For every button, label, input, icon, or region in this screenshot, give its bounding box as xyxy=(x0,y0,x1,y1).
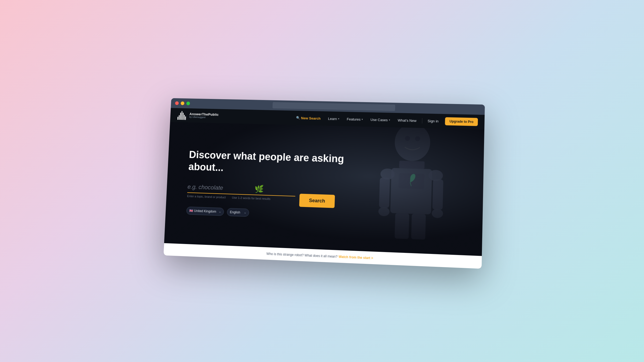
footer-text: Who is this strange robot? What does it … xyxy=(266,252,338,258)
hero-section: Discover what people are asking about...… xyxy=(164,122,484,256)
language-dropdown-wrapper: English French German Spanish xyxy=(227,208,249,217)
chevron-down-icon: ▾ xyxy=(338,117,339,120)
logo-line-6 xyxy=(184,115,185,120)
logo-line-7 xyxy=(185,116,186,120)
hero-title: Discover what people are asking about... xyxy=(188,149,352,178)
country-dropdown[interactable]: 🇬🇧 United Kingdom 🇺🇸 United States 🇦🇺 Au… xyxy=(186,206,224,216)
search-input-wrapper: 🌿 xyxy=(187,181,296,197)
minimize-button[interactable] xyxy=(181,101,184,105)
search-button[interactable]: Search xyxy=(299,194,335,208)
logo-sub: by Ubersuggest xyxy=(189,116,218,119)
language-dropdown[interactable]: English French German Spanish xyxy=(227,208,249,217)
logo-line-3 xyxy=(180,113,181,120)
logo-icon xyxy=(176,110,187,121)
browser-content: AnswerThePublic by Ubersuggest 🔍 New Sea… xyxy=(163,108,485,269)
logo-line-4 xyxy=(181,111,182,120)
search-hint-2: Use 1-2 words for best results xyxy=(232,196,270,200)
logo-line-1 xyxy=(177,117,178,120)
chevron-down-icon-features: ▾ xyxy=(362,118,363,121)
close-button[interactable] xyxy=(175,101,179,105)
nav-links: 🔍 New Search Learn ▾ Features ▾ Use Case… xyxy=(293,114,478,126)
features-nav-link[interactable]: Features ▾ xyxy=(343,115,366,123)
watch-from-start-link[interactable]: Watch from the start > xyxy=(339,255,373,260)
search-dropdowns: 🇬🇧 United Kingdom 🇺🇸 United States 🇦🇺 Au… xyxy=(186,206,334,220)
whats-new-nav-link[interactable]: What's New xyxy=(394,116,420,124)
logo-line-5 xyxy=(182,113,184,120)
upgrade-to-pro-button[interactable]: Upgrade to Pro xyxy=(445,117,478,126)
logo-lines xyxy=(177,110,186,120)
hero-content: Discover what people are asking about...… xyxy=(186,149,353,223)
search-icon: 🔍 xyxy=(296,116,300,120)
sign-in-nav-link[interactable]: Sign in xyxy=(424,117,442,125)
nav-divider xyxy=(422,118,422,123)
search-hint-1: Enter a topic, brand or product xyxy=(187,194,226,199)
search-input[interactable] xyxy=(187,181,287,196)
maximize-button[interactable] xyxy=(186,102,190,105)
use-cases-nav-link[interactable]: Use Cases ▾ xyxy=(367,116,393,124)
browser-window: AnswerThePublic by Ubersuggest 🔍 New Sea… xyxy=(163,98,485,269)
country-dropdown-wrapper: 🇬🇧 United Kingdom 🇺🇸 United States 🇦🇺 Au… xyxy=(186,206,224,216)
logo-area[interactable]: AnswerThePublic by Ubersuggest xyxy=(176,110,219,121)
leaf-icon: 🌿 xyxy=(254,184,264,194)
search-container: 🌿 Enter a topic, brand or product Use 1-… xyxy=(186,181,335,220)
search-row: 🌿 Enter a topic, brand or product Use 1-… xyxy=(187,181,335,208)
new-search-nav-link[interactable]: 🔍 New Search xyxy=(293,114,324,122)
logo-line-2 xyxy=(178,115,180,120)
chevron-down-icon-usecases: ▾ xyxy=(389,119,390,121)
address-bar[interactable] xyxy=(273,102,395,111)
input-area: 🌿 Enter a topic, brand or product Use 1-… xyxy=(187,181,296,207)
logo-text: AnswerThePublic by Ubersuggest xyxy=(189,112,219,119)
learn-nav-link[interactable]: Learn ▾ xyxy=(325,115,343,123)
